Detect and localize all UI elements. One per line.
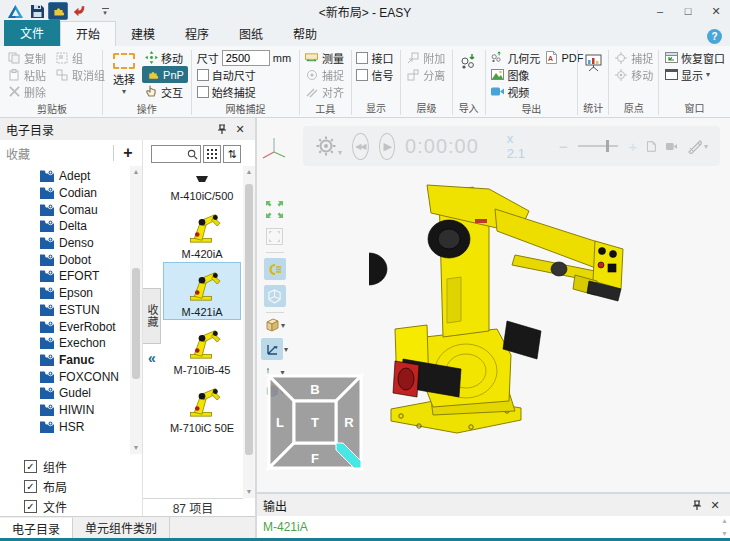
tab-modeling[interactable]: 建模 bbox=[116, 22, 170, 46]
vendor-item-gudel[interactable]: Gudel bbox=[40, 385, 128, 402]
output-close-icon[interactable]: ✕ bbox=[706, 497, 724, 513]
filter-checkbox-组件[interactable]: ✓组件 bbox=[24, 458, 142, 475]
tab-help[interactable]: 帮助 bbox=[278, 22, 332, 46]
move-button[interactable]: 移动 bbox=[142, 49, 188, 66]
vendor-item-everrobot[interactable]: EverRobot bbox=[40, 318, 128, 335]
tab-home[interactable]: 开始 bbox=[60, 21, 116, 46]
interact-button[interactable]: 交互 bbox=[142, 83, 188, 100]
app-logo-icon bbox=[4, 1, 26, 21]
close-button[interactable]: ✕ bbox=[702, 1, 730, 21]
select-button[interactable]: 选择 ▾ bbox=[106, 49, 142, 100]
vendor-item-codian[interactable]: Codian bbox=[40, 185, 128, 202]
tab-program[interactable]: 程序 bbox=[170, 22, 224, 46]
catalog-bottom-tab-0[interactable]: 电子目录 bbox=[0, 517, 73, 538]
align-button: 对齐 bbox=[303, 83, 346, 100]
view-cube[interactable]: B L T R F bbox=[263, 370, 367, 477]
pnp-button[interactable]: PnP bbox=[142, 66, 188, 83]
tree-scrollbar[interactable]: ▲ ▼ bbox=[130, 166, 142, 454]
undo-button[interactable] bbox=[68, 1, 90, 21]
viewport-3d[interactable]: ▾ ◀◀ ▶ 0:00:00 x 2.1 − + ▾ bbox=[257, 118, 730, 492]
rewind-button[interactable]: ◀◀ bbox=[352, 133, 369, 160]
minimize-button[interactable]: – bbox=[646, 1, 674, 21]
grid-view-button[interactable] bbox=[203, 145, 221, 163]
headlight-button[interactable] bbox=[264, 258, 286, 280]
maximize-button[interactable]: □ bbox=[674, 1, 702, 21]
cube-label-back: B bbox=[310, 382, 319, 397]
vendor-item-denso[interactable]: Denso bbox=[40, 235, 128, 252]
output-scrollbar[interactable]: ▲▼ bbox=[721, 517, 728, 537]
statistics-button[interactable] bbox=[584, 53, 603, 99]
save-button[interactable] bbox=[26, 1, 48, 21]
favorites-side-tab[interactable]: 收藏 bbox=[143, 288, 161, 344]
viewport-settings-button[interactable]: ▾ bbox=[315, 135, 342, 157]
export-image-button[interactable]: 图像 bbox=[488, 66, 542, 83]
zoom-in-button[interactable]: + bbox=[628, 138, 637, 155]
checkbox-icon bbox=[356, 52, 368, 64]
record-video-icon[interactable] bbox=[666, 140, 677, 153]
catalog-bottom-tab-1[interactable]: 单元组件类别 bbox=[73, 517, 170, 538]
robot-item-m-421ia[interactable]: M-421iA bbox=[163, 262, 241, 320]
auto-size-checkbox[interactable]: 自动尺寸 bbox=[195, 66, 296, 83]
robot-item-m-420ia[interactable]: M-420iA bbox=[163, 204, 241, 262]
play-button[interactable]: ▶ bbox=[379, 133, 396, 160]
search-input[interactable] bbox=[151, 145, 201, 163]
annotate-button[interactable]: ▾ bbox=[687, 139, 708, 154]
measure-button[interactable]: 测量 bbox=[303, 49, 346, 66]
signal-checkbox[interactable]: 信号 bbox=[354, 66, 395, 83]
vendor-item-foxconn[interactable]: FOXCONN bbox=[40, 368, 128, 385]
group-button: 组 bbox=[53, 49, 107, 66]
tab-file[interactable]: 文件 bbox=[4, 20, 60, 46]
checkbox-icon: ✓ bbox=[24, 500, 37, 513]
vendor-item-exechon[interactable]: Exechon bbox=[40, 335, 128, 352]
fit-view-button[interactable] bbox=[264, 198, 286, 220]
vendor-item-estun[interactable]: ESTUN bbox=[40, 302, 128, 319]
vendor-item-dobot[interactable]: Dobot bbox=[40, 251, 128, 268]
help-icon[interactable]: ? bbox=[707, 29, 722, 44]
render-mode-button[interactable] bbox=[264, 285, 286, 307]
robot-item-m-710ic-50e[interactable]: M-710iC 50E bbox=[163, 378, 241, 436]
crosshair-icon bbox=[614, 51, 628, 65]
collapse-panel-button[interactable]: « bbox=[143, 346, 161, 370]
robot-list-scrollbar[interactable]: ▲ ▼ bbox=[243, 166, 255, 498]
robot-list-panel: ⇅ M-410iC/500M-420iAM-421iAM-710iB-45M-7… bbox=[143, 140, 255, 516]
pin-icon[interactable] bbox=[213, 121, 231, 137]
vendor-item-adept[interactable]: Adept bbox=[40, 168, 128, 185]
always-snap-checkbox[interactable]: 始终捕捉 bbox=[195, 83, 296, 100]
show-windows-button[interactable]: 显示▾ bbox=[662, 66, 727, 83]
zoom-slider[interactable] bbox=[578, 140, 619, 152]
tab-drawing[interactable]: 图纸 bbox=[224, 22, 278, 46]
add-favorite-button[interactable]: + bbox=[120, 144, 136, 162]
paste-icon bbox=[7, 68, 21, 82]
interface-checkbox[interactable]: 接口 bbox=[354, 49, 395, 66]
grid-size-input[interactable] bbox=[222, 50, 270, 66]
export-video-button[interactable]: 视频 bbox=[488, 83, 542, 100]
filter-checkbox-文件[interactable]: ✓文件 bbox=[24, 498, 142, 515]
robot-item-m-710ib-45[interactable]: M-710iB-45 bbox=[163, 320, 241, 378]
robot-item-m-410ic-500[interactable]: M-410iC/500 bbox=[163, 170, 241, 204]
folder-gear-icon bbox=[40, 403, 54, 417]
import-button[interactable] bbox=[459, 53, 479, 99]
vendor-item-efort[interactable]: EFORT bbox=[40, 268, 128, 285]
vendor-item-fanuc[interactable]: Fanuc bbox=[40, 352, 128, 369]
checkbox-icon bbox=[197, 86, 209, 98]
pdf-export-icon[interactable] bbox=[647, 138, 656, 155]
vendor-item-hiwin[interactable]: HIWIN bbox=[40, 402, 128, 419]
catalog-close-icon[interactable]: ✕ bbox=[231, 121, 249, 137]
zoom-out-button[interactable]: − bbox=[559, 138, 568, 155]
restore-window-button[interactable]: 恢复窗口 bbox=[662, 49, 727, 66]
vendor-item-delta[interactable]: Delta bbox=[40, 218, 128, 235]
robot-model-m421ia[interactable] bbox=[369, 159, 729, 492]
filter-checkbox-布局[interactable]: ✓布局 bbox=[24, 478, 142, 495]
vendor-item-epson[interactable]: Epson bbox=[40, 285, 128, 302]
item-count: 87 项目 bbox=[143, 498, 243, 516]
vendor-item-hsr[interactable]: HSR bbox=[40, 418, 128, 435]
solid-view-button[interactable]: ▾ bbox=[264, 318, 285, 333]
quick-access-customize-button[interactable]: ▾ bbox=[98, 4, 112, 18]
sort-button[interactable]: ⇅ bbox=[223, 145, 241, 163]
frame-select-button[interactable]: ▾ bbox=[261, 338, 288, 360]
export-geometry-button[interactable]: 几何元 bbox=[488, 49, 542, 66]
vendor-item-comau[interactable]: Comau bbox=[40, 201, 128, 218]
ribbon: 复制 组 粘贴 取消组 删除 剪贴板 选择 ▾ 移动 PnP 交互 bbox=[0, 46, 730, 118]
pnp-quick-button[interactable] bbox=[48, 2, 68, 20]
pin-icon[interactable] bbox=[688, 497, 706, 513]
